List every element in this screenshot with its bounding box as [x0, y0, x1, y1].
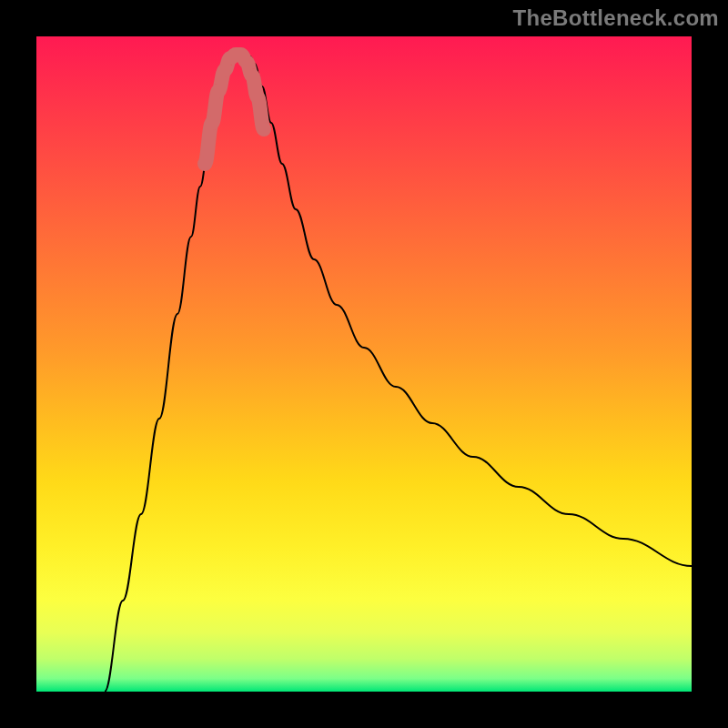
bottleneck-curve — [105, 53, 692, 692]
highlight-segment — [205, 55, 264, 164]
curve-svg — [36, 36, 692, 692]
plot-area — [36, 36, 692, 692]
watermark-text: TheBottleneck.com — [513, 5, 719, 31]
chart-frame: TheBottleneck.com — [0, 0, 728, 728]
